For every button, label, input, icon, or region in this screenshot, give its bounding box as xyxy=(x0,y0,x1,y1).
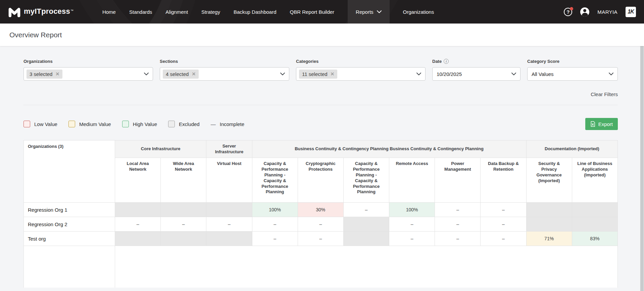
score-cell: – xyxy=(298,232,343,246)
score-cell: – xyxy=(161,217,206,232)
score-legend: Low Value Medium Value High Value Exclud… xyxy=(23,121,244,127)
score-cell: 100% xyxy=(389,203,435,217)
score-cell: – xyxy=(435,203,481,217)
legend-item-incomplete: — Incomplete xyxy=(211,121,244,127)
score-cell: – xyxy=(435,232,481,246)
low-value-swatch xyxy=(23,121,30,127)
column-header: Remote Access xyxy=(389,158,435,203)
group-header-row: Organizations (3) Core Infrastructure Se… xyxy=(24,140,618,158)
score-cell: – xyxy=(298,217,343,232)
score-cell xyxy=(161,232,206,246)
categories-chip-text: 11 selected xyxy=(302,71,328,77)
chip-remove-icon[interactable]: ✕ xyxy=(331,72,335,76)
date-select[interactable]: 10/20/2025 xyxy=(432,67,521,81)
group-documentation-imported: Documentation (Imported) xyxy=(526,140,617,158)
organizations-select[interactable]: 3 selected ✕ xyxy=(23,67,153,81)
nav-item-home[interactable]: Home xyxy=(102,0,116,24)
score-cell xyxy=(115,203,161,217)
incomplete-dash-glyph: — xyxy=(211,121,216,127)
nav-right-cluster: ? MARYIA 1K xyxy=(564,7,636,17)
legend-item-medium: Medium Value xyxy=(68,121,111,127)
brand-name: myITprocess xyxy=(24,7,70,15)
score-cell: – xyxy=(115,217,161,232)
nav-item-reports-label: Reports xyxy=(356,9,374,15)
category-score-select[interactable]: All Values xyxy=(527,67,618,81)
nav-item-backup-dashboard[interactable]: Backup Dashboard xyxy=(234,0,277,24)
chevron-down-icon xyxy=(144,73,149,75)
medium-value-swatch xyxy=(68,121,75,127)
legend-item-excluded: Excluded xyxy=(168,121,200,127)
clear-filters-link[interactable]: Clear Filters xyxy=(591,91,618,97)
export-button[interactable]: Export xyxy=(585,118,618,130)
score-cell: – xyxy=(481,217,526,232)
report-content: Organizations 3 selected ✕ Sections 4 se… xyxy=(0,46,644,291)
column-header: Wide Area Network xyxy=(161,158,206,203)
user-avatar-icon[interactable] xyxy=(580,7,589,16)
score-cell: 83% xyxy=(572,232,617,246)
table-row: Regression Org 2 – – – – – – – – xyxy=(24,217,618,232)
score-cell: – xyxy=(252,217,298,232)
table-empty-area xyxy=(23,246,618,288)
username[interactable]: MARYIA xyxy=(597,9,617,15)
filter-sections: Sections 4 selected ✕ xyxy=(160,59,289,81)
score-cell xyxy=(572,203,617,217)
nav-item-organizations[interactable]: Organizations xyxy=(403,0,434,24)
score-cell xyxy=(343,232,389,246)
nav-item-reports[interactable]: Reports xyxy=(348,0,390,24)
categories-filter-label: Categories xyxy=(296,59,426,64)
org-name-cell: Regression Org 1 xyxy=(24,203,115,217)
score-cell xyxy=(161,203,206,217)
organizations-column-header: Organizations (3) xyxy=(24,140,115,203)
chip-remove-icon[interactable]: ✕ xyxy=(192,72,196,76)
nav-item-standards[interactable]: Standards xyxy=(129,0,152,24)
column-header: Capacity & Performance Planning - Capaci… xyxy=(343,158,389,203)
group-server-infrastructure: Server Infrastructure xyxy=(206,140,252,158)
chip-remove-icon[interactable]: ✕ xyxy=(55,72,59,76)
nav-item-qbr-report-builder[interactable]: QBR Report Builder xyxy=(290,0,335,24)
date-value: 10/20/2025 xyxy=(435,71,462,77)
chevron-down-icon xyxy=(609,73,613,75)
score-cell xyxy=(572,217,617,232)
category-score-value: All Values xyxy=(530,71,554,77)
divider xyxy=(23,105,618,105)
score-cell: – xyxy=(481,203,526,217)
score-cell xyxy=(115,232,161,246)
page-header: Overview Report xyxy=(0,24,644,46)
nav-item-strategy[interactable]: Strategy xyxy=(201,0,220,24)
notification-dot xyxy=(570,7,573,10)
score-cell xyxy=(206,203,252,217)
nav-item-alignment[interactable]: Alignment xyxy=(165,0,188,24)
chevron-down-icon xyxy=(416,73,421,75)
legend-label: Excluded xyxy=(179,121,200,127)
chevron-down-icon xyxy=(377,10,382,13)
kaseya-badge[interactable]: 1K xyxy=(626,7,636,17)
nav-menu: Home Standards Alignment Strategy Backup… xyxy=(102,0,434,24)
score-cell: – xyxy=(481,232,526,246)
sections-filter-label: Sections xyxy=(160,59,289,64)
sections-chip-text: 4 selected xyxy=(166,71,189,77)
column-header: Virtual Host xyxy=(206,158,252,203)
excluded-swatch xyxy=(168,121,175,127)
score-cell xyxy=(526,203,572,217)
help-button[interactable]: ? xyxy=(564,8,572,16)
high-value-swatch xyxy=(122,121,129,127)
org-column-extension xyxy=(24,246,115,288)
score-cell: – xyxy=(435,217,481,232)
categories-selected-chip: 11 selected ✕ xyxy=(299,70,337,79)
organizations-selected-chip: 3 selected ✕ xyxy=(27,70,62,79)
filter-organizations: Organizations 3 selected ✕ xyxy=(23,59,153,81)
date-label-text: Date xyxy=(432,59,442,64)
legend-item-high: High Value xyxy=(122,121,157,127)
page-title: Overview Report xyxy=(9,31,62,39)
sections-select[interactable]: 4 selected ✕ xyxy=(160,67,289,81)
scrollbar-thumb[interactable] xyxy=(640,46,644,291)
score-cell: 71% xyxy=(526,232,572,246)
brand-logo[interactable]: myITprocess™ xyxy=(8,6,73,17)
export-file-icon xyxy=(590,121,595,127)
org-name-cell: Test org xyxy=(24,232,115,246)
score-cell: – xyxy=(206,217,252,232)
filter-category-score: Category Score All Values xyxy=(527,59,618,81)
filter-date: Date i 10/20/2025 xyxy=(432,59,521,81)
info-icon[interactable]: i xyxy=(444,59,449,64)
categories-select[interactable]: 11 selected ✕ xyxy=(296,67,426,81)
